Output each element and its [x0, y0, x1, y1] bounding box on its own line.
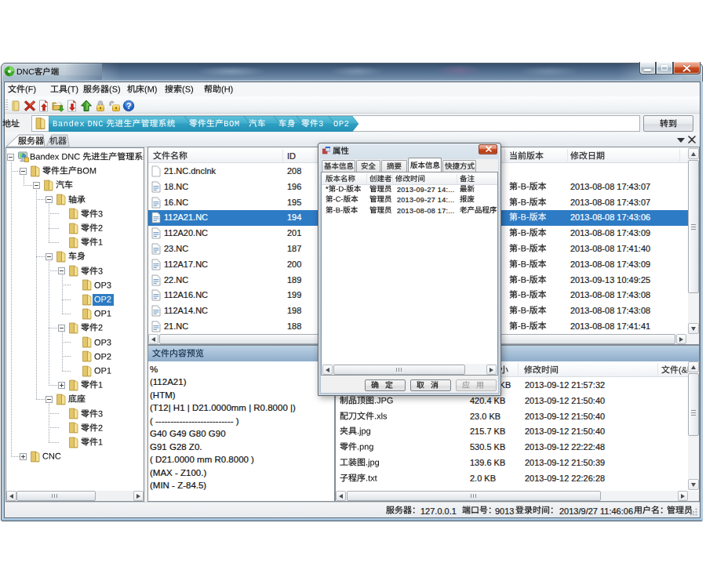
svg-text:?: ? — [126, 101, 132, 111]
